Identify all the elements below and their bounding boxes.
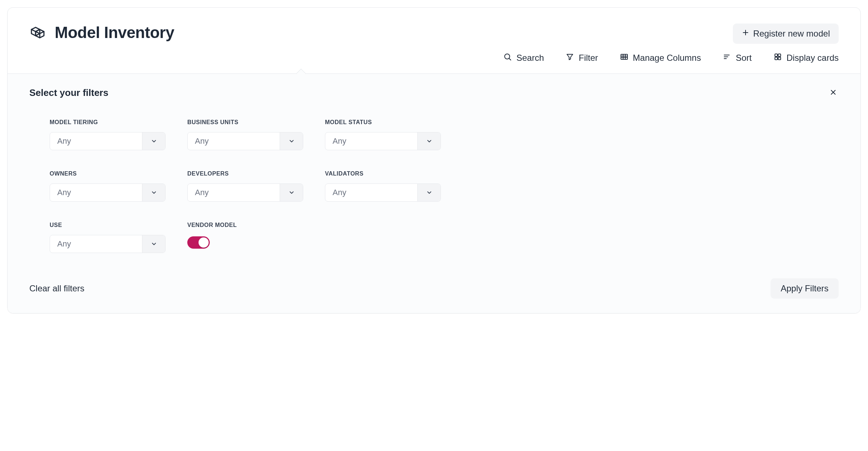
select-value: Any [325, 132, 417, 150]
filter-icon [566, 52, 574, 63]
search-icon [503, 52, 512, 63]
svg-rect-4 [775, 57, 777, 60]
close-filter-panel-button[interactable] [828, 87, 839, 99]
toggle-knob [199, 237, 209, 248]
apply-filters-button[interactable]: Apply Filters [771, 278, 839, 299]
filter-owners: OWNERS Any [50, 170, 166, 202]
select-value: Any [50, 132, 142, 150]
filter-label: Filter [579, 53, 598, 63]
filter-vendor-model: VENDOR MODEL [187, 222, 303, 253]
select-value: Any [50, 184, 142, 201]
filter-label: USE [50, 222, 166, 228]
filter-use: USE Any [50, 222, 166, 253]
filter-label: VALIDATORS [325, 170, 441, 177]
filter-label: VENDOR MODEL [187, 222, 303, 228]
select-value: Any [188, 132, 280, 150]
developers-select[interactable]: Any [187, 184, 303, 202]
filter-label: OWNERS [50, 170, 166, 177]
svg-rect-3 [778, 54, 781, 56]
filter-label: BUSINESS UNITS [187, 119, 303, 126]
close-icon [829, 92, 837, 97]
chevron-down-icon [280, 132, 303, 150]
sort-icon [723, 52, 731, 63]
filter-model-status: MODEL STATUS Any [325, 119, 441, 150]
manage-columns-button[interactable]: Manage Columns [620, 52, 701, 63]
toolbar: Search Filter Manage Columns Sort Displa… [8, 44, 860, 73]
chevron-down-icon [280, 184, 303, 201]
display-cards-button[interactable]: Display cards [773, 52, 839, 63]
chevron-down-icon [142, 184, 165, 201]
sort-label: Sort [736, 53, 752, 63]
grid-icon [773, 52, 782, 63]
filter-panel-title: Select your filters [29, 87, 108, 98]
title-group: Model Inventory [29, 24, 174, 42]
svg-rect-5 [778, 57, 781, 60]
filter-business-units: BUSINESS UNITS Any [187, 119, 303, 150]
filter-panel: Select your filters MODEL TIERING Any BU… [8, 73, 860, 313]
filter-label: MODEL STATUS [325, 119, 441, 126]
manage-columns-label: Manage Columns [633, 53, 701, 63]
filter-footer: Clear all filters Apply Filters [29, 278, 839, 299]
svg-rect-2 [775, 54, 777, 56]
chevron-down-icon [417, 132, 441, 150]
use-select[interactable]: Any [50, 235, 166, 253]
model-tiering-select[interactable]: Any [50, 132, 166, 150]
table-icon [620, 52, 629, 63]
sort-button[interactable]: Sort [723, 52, 752, 63]
business-units-select[interactable]: Any [187, 132, 303, 150]
cubes-icon [29, 24, 46, 42]
chevron-down-icon [417, 184, 441, 201]
display-cards-label: Display cards [786, 53, 839, 63]
filter-panel-header: Select your filters [29, 87, 839, 99]
filter-label: MODEL TIERING [50, 119, 166, 126]
page-container: Model Inventory Register new model Searc… [7, 7, 861, 313]
model-status-select[interactable]: Any [325, 132, 441, 150]
vendor-model-toggle[interactable] [187, 236, 210, 249]
chevron-down-icon [142, 235, 165, 253]
svg-point-0 [505, 54, 510, 59]
plus-icon [742, 29, 750, 39]
select-value: Any [188, 184, 280, 201]
register-label: Register new model [753, 29, 830, 39]
header: Model Inventory Register new model [8, 8, 860, 44]
validators-select[interactable]: Any [325, 184, 441, 202]
chevron-down-icon [142, 132, 165, 150]
select-value: Any [325, 184, 417, 201]
filter-developers: DEVELOPERS Any [187, 170, 303, 202]
search-label: Search [516, 53, 544, 63]
register-new-model-button[interactable]: Register new model [733, 24, 839, 44]
select-value: Any [50, 235, 142, 253]
filter-grid: MODEL TIERING Any BUSINESS UNITS Any [50, 119, 839, 253]
filter-validators: VALIDATORS Any [325, 170, 441, 202]
filter-label: DEVELOPERS [187, 170, 303, 177]
page-title: Model Inventory [55, 24, 174, 42]
filter-model-tiering: MODEL TIERING Any [50, 119, 166, 150]
filter-button[interactable]: Filter [566, 52, 598, 63]
owners-select[interactable]: Any [50, 184, 166, 202]
svg-rect-1 [621, 54, 627, 59]
clear-all-filters-button[interactable]: Clear all filters [29, 283, 84, 294]
search-button[interactable]: Search [503, 52, 544, 63]
